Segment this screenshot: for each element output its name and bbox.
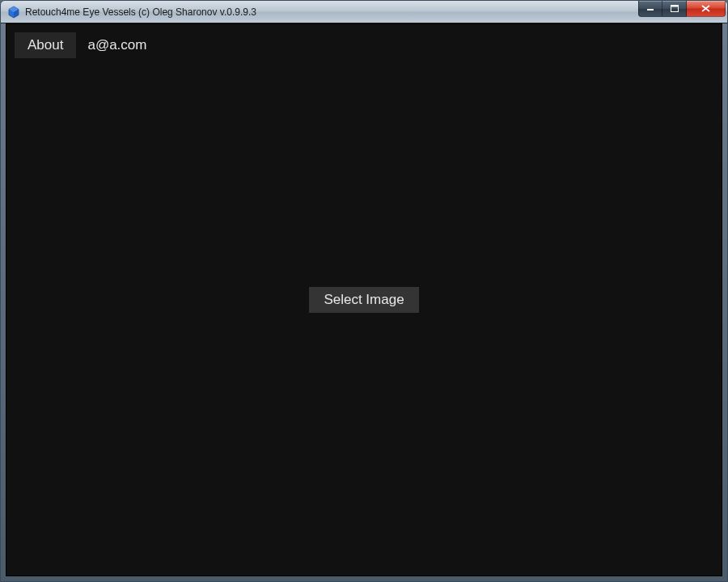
select-image-button[interactable]: Select Image [309, 287, 418, 313]
client-area: About a@a.com Select Image [6, 23, 722, 576]
user-email: a@a.com [87, 37, 146, 53]
window-controls [638, 1, 726, 23]
top-toolbar: About a@a.com [6, 24, 722, 58]
minimize-button[interactable] [638, 1, 662, 17]
titlebar[interactable]: Retouch4me Eye Vessels (c) Oleg Sharonov… [1, 1, 727, 23]
app-icon [7, 6, 20, 19]
close-button[interactable] [687, 1, 726, 17]
canvas-area: Select Image [6, 24, 722, 576]
svg-rect-0 [647, 9, 654, 11]
application-window: Retouch4me Eye Vessels (c) Oleg Sharonov… [0, 0, 728, 582]
svg-rect-2 [671, 5, 678, 6]
about-button[interactable]: About [15, 32, 76, 58]
maximize-button[interactable] [662, 1, 687, 17]
window-title: Retouch4me Eye Vessels (c) Oleg Sharonov… [25, 6, 638, 18]
